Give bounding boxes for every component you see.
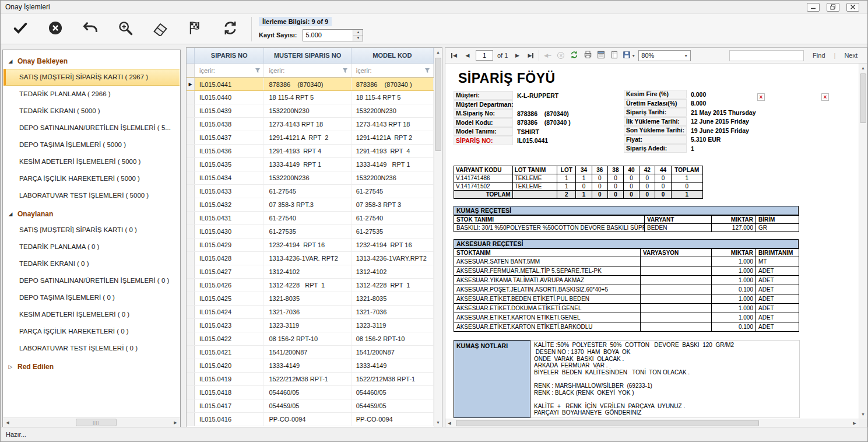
- grid-column-header[interactable]: MUSTERI SIPARIS NO: [264, 48, 351, 63]
- previous-page-button[interactable]: ◀: [462, 50, 473, 61]
- tree-item[interactable]: KESİM ADETLERİ İŞLEMELERİ ( 0 ): [3, 306, 180, 323]
- undo-button[interactable]: [76, 16, 104, 43]
- zoom-select[interactable]: 80%▼: [638, 50, 691, 61]
- page-number-input[interactable]: [476, 50, 493, 61]
- zoom-button[interactable]: [111, 16, 139, 43]
- tree-item[interactable]: TEDARİK EKRANI ( 5000 ): [3, 103, 180, 120]
- grid-row[interactable]: IL015.04241321-70361321-7036: [187, 306, 434, 319]
- tree-item[interactable]: KESİM ADETLERİ İŞLEMELERİ ( 5000 ): [3, 153, 180, 170]
- minimize-button[interactable]: [807, 3, 820, 12]
- scroll-down-icon[interactable]: ▼: [859, 410, 867, 419]
- spin-up-icon[interactable]: ▲: [353, 30, 363, 36]
- grid-row[interactable]: IL015.043207 358-3 RPT.307 358-3 RPT 3: [187, 198, 434, 212]
- find-input[interactable]: [729, 50, 804, 61]
- clear-button[interactable]: [146, 16, 174, 43]
- scroll-thumb[interactable]: [435, 58, 441, 151]
- filter-cell[interactable]: içerir:: [352, 64, 434, 77]
- refresh-button[interactable]: [216, 16, 244, 43]
- scroll-up-icon[interactable]: ▲: [434, 48, 442, 57]
- scroll-thumb[interactable]: ||||: [76, 419, 117, 426]
- grid-row[interactable]: IL015.043061-2753561-27535: [187, 225, 434, 238]
- grid-row[interactable]: ▶IL015.0441878386 (870340)878386 (870340…: [187, 78, 434, 91]
- report-horizontal-scrollbar[interactable]: ◀ ▶: [445, 419, 859, 427]
- collapse-icon[interactable]: ◢: [8, 58, 13, 64]
- close-button[interactable]: [846, 3, 859, 12]
- grid-row[interactable]: IL015.0418054460/05054460/05: [187, 386, 434, 399]
- grid-column-header[interactable]: MODEL KOD: [352, 48, 434, 63]
- scroll-thumb[interactable]: [456, 420, 759, 426]
- grid-row[interactable]: IL015.04251321-80351321-8035: [187, 292, 434, 306]
- print-button[interactable]: [582, 50, 593, 61]
- grid-row[interactable]: IL015.04361291-4193 RPT 41291-4193 RPT 4: [187, 145, 434, 158]
- tree-item[interactable]: SATIŞ [MÜŞTERİ] SİPARİŞ KARTI ( 2967 ): [3, 69, 180, 86]
- grid-column-header[interactable]: SIPARIS NO: [195, 48, 264, 63]
- grid-vertical-scrollbar[interactable]: ▲ ▼: [434, 48, 442, 427]
- tree-item[interactable]: TEDARİK PLANLAMA ( 2966 ): [3, 86, 180, 103]
- approve-button[interactable]: [6, 16, 34, 43]
- tree-item[interactable]: LABORATUVAR TEST İŞLEMLERİ ( 5000 ): [3, 187, 180, 204]
- stop-button[interactable]: ✕: [556, 50, 566, 61]
- report-vertical-scrollbar[interactable]: ▲ ▼: [859, 64, 867, 419]
- scroll-track[interactable]: [434, 57, 442, 418]
- grid-row[interactable]: IL015.04261312-4228 RPT 11312-4228 RPT 1: [187, 279, 434, 292]
- find-button[interactable]: Find: [807, 52, 831, 59]
- tree-item[interactable]: TEDARİK PLANLAMA ( 0 ): [3, 238, 180, 255]
- scroll-track[interactable]: ||||: [12, 418, 171, 427]
- scroll-right-icon[interactable]: ▶: [851, 419, 859, 427]
- grid-row[interactable]: IL015.04371291-4121 A RPT 21291-4121A RP…: [187, 131, 434, 145]
- tree-item[interactable]: DEPO TAŞIMA İŞLEMLERİ ( 0 ): [3, 289, 180, 306]
- grid-row[interactable]: IL015.04191522/212M38 RPT-11522/212M38 R…: [187, 373, 434, 386]
- scroll-left-icon[interactable]: ◀: [3, 418, 12, 427]
- tree-group[interactable]: ◢Onaylanan: [3, 206, 180, 222]
- grid-row[interactable]: IL015.04281313-4236-1VAR. RPT21313-4236-…: [187, 252, 434, 265]
- finish-button[interactable]: [181, 16, 209, 43]
- grid-row[interactable]: IL015.04291232-4194 RPT 161232-4194 RPT …: [187, 238, 434, 252]
- find-next-button[interactable]: Next: [838, 52, 863, 59]
- grid-row[interactable]: IL015.04231323-31191323-3119: [187, 319, 434, 332]
- spin-down-icon[interactable]: ▼: [353, 36, 363, 41]
- grid-row[interactable]: IL015.04211541/200N871541/200N87: [187, 346, 434, 359]
- grid-row[interactable]: IL015.043361-2754561-27545: [187, 185, 434, 198]
- tree-item[interactable]: LABORATUVAR TEST İŞLEMLERİ ( 0 ): [3, 340, 180, 357]
- expand-icon[interactable]: ▷: [8, 364, 13, 370]
- tree-item[interactable]: PARÇA İŞÇİLİK HAREKETLERİ ( 0 ): [3, 323, 180, 340]
- tree-item[interactable]: TEDARİK EKRANI ( 0 ): [3, 255, 180, 272]
- record-count-spinbox[interactable]: ▲ ▼: [303, 29, 363, 41]
- tree-item[interactable]: DEPO TAŞIMA İŞLEMLERİ ( 5000 ): [3, 136, 180, 153]
- tree-item[interactable]: SATIŞ [MÜŞTERİ] SİPARİŞ KARTI ( 0 ): [3, 222, 180, 238]
- reject-button[interactable]: [41, 16, 69, 43]
- grid-row[interactable]: IL015.04391532200N2301532200N230: [187, 104, 434, 118]
- first-page-button[interactable]: ◀: [449, 50, 459, 61]
- sidebar-horizontal-scrollbar[interactable]: ◀ |||| ▶: [3, 418, 180, 427]
- grid-row[interactable]: IL015.0417054459/05054459/05: [187, 399, 434, 413]
- restore-button[interactable]: [827, 3, 839, 12]
- tree-item[interactable]: DEPO SATINALINAN/ÜRETİLEN İŞLEMLERİ ( 0 …: [3, 272, 180, 289]
- collapse-icon[interactable]: ◢: [8, 211, 13, 217]
- grid-row[interactable]: IL015.04351333-4149 RPT 11333-4149 RPT 1: [187, 158, 434, 171]
- grid-row[interactable]: IL015.043161-2754061-27540: [187, 212, 434, 225]
- scroll-thumb[interactable]: [860, 73, 866, 123]
- grid-row[interactable]: IL015.04341532200N2361532200N236: [187, 171, 434, 185]
- scroll-left-icon[interactable]: ◀: [445, 419, 454, 427]
- tree-group[interactable]: ◢Onay Bekleyen: [3, 53, 180, 69]
- last-page-button[interactable]: ▶: [525, 50, 536, 61]
- grid-row[interactable]: IL015.04381273-4143 RPT 181273-4143 RPT …: [187, 118, 434, 131]
- filter-cell[interactable]: içerir:: [195, 64, 264, 77]
- grid-row[interactable]: IL015.04271312-41021312-4102: [187, 265, 434, 279]
- scroll-down-icon[interactable]: ▼: [434, 418, 442, 427]
- print-layout-button[interactable]: [596, 50, 606, 61]
- record-count-input[interactable]: [303, 30, 353, 41]
- grid-row[interactable]: IL015.04201333-41491333-4149: [187, 359, 434, 373]
- tree-item[interactable]: DEPO SATINALINAN/ÜRETİLEN İŞLEMLERİ ( 5.…: [3, 120, 180, 136]
- refresh-report-button[interactable]: [569, 50, 579, 61]
- grid-row[interactable]: IL015.044018 115-4 RPT 518 115-4 RPT 5: [187, 91, 434, 104]
- filter-cell[interactable]: içerir:: [264, 64, 351, 77]
- back-button[interactable]: ◀━: [542, 50, 553, 61]
- scroll-right-icon[interactable]: ▶: [171, 418, 180, 427]
- next-page-button[interactable]: ▶: [512, 50, 522, 61]
- tree-item[interactable]: PARÇA İŞÇİLİK HAREKETLERİ ( 5000 ): [3, 170, 180, 187]
- grid-row[interactable]: IL015.0416PP-CO-0094PP-CO-0094: [187, 413, 434, 426]
- page-setup-button[interactable]: [609, 50, 620, 61]
- grid-row[interactable]: IL015.042208 156-2 RPT-1008 156-2 RPT-10: [187, 332, 434, 346]
- tree-group[interactable]: ▷Red Edilen: [3, 359, 180, 374]
